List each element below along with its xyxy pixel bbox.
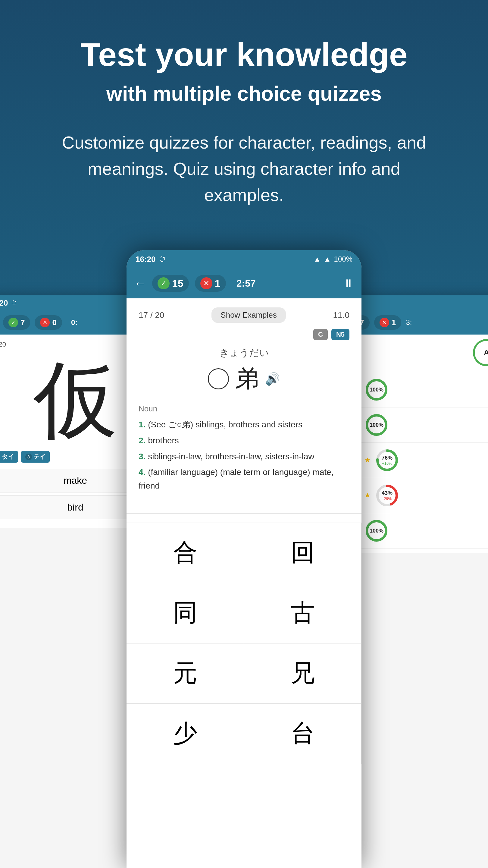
def-num-4: 4. [138,467,148,477]
pause-button[interactable]: ⏸ [343,277,354,290]
def-1: 1. (See ご○弟) siblings, brothers and sist… [138,418,350,432]
check-icon-left: ✓ [8,318,18,327]
def-2: 2. brothers [138,434,350,447]
choice-1[interactable]: 回 [244,523,361,583]
score-display: 11.0 [333,310,350,320]
percent-5: 76% [382,455,392,461]
phone-center: 16:20 ⏱ ▲ ▲ 100% ← ✓ 15 ✕ 1 2:57 ⏸ [127,250,361,868]
star-icon-5: ★ [364,456,370,464]
def-num-1: 1. [138,420,148,429]
correct-badge-center: ✓ 15 [152,275,189,292]
incorrect-count-right: 1 [392,318,396,327]
pos-label: Noun [138,404,350,413]
choice-4[interactable]: 元 [127,644,244,704]
quiz-content: 17 / 20 Show Examples 11.0 C N5 きょうだい 弟 … [127,299,361,504]
status-bar-center: 16:20 ⏱ ▲ ▲ 100% [127,250,361,268]
overall-progress-ring: A [473,339,488,366]
incorrect-badge-center: ✕ 1 [195,275,226,292]
hero-description: Customize quizzes for character, reading… [48,129,440,208]
toolbar-center: ← ✓ 15 ✕ 1 2:57 ⏸ [127,268,361,299]
choice-2[interactable]: 同 [127,583,244,644]
wifi-icon: ▲ [314,255,321,264]
star-icon-7: ★ [364,492,370,499]
incorrect-score-left: ✕ 0 [35,315,62,330]
x-icon-center: ✕ [200,277,213,289]
percent-7: 43% [382,490,392,496]
tags-row: C N5 [138,329,350,340]
def-3: 3. siblings-in-law, brothers-in-law, sis… [138,450,350,464]
x-icon-right: ✕ [380,318,389,327]
kanji-circle [208,368,229,390]
choice-7[interactable]: 台 [244,704,361,764]
percent-9: 100% [369,528,384,534]
incorrect-count-center: 1 [215,278,221,289]
hero-section: Test your knowledge with multiple choice… [0,0,488,226]
percent-1: 100% [369,387,384,393]
percent-ring-5: 76% +16% [375,448,399,472]
question-num-left: 7 / 20 [0,341,6,348]
clock-icon-center: ⏱ [159,255,166,264]
question-num-center: 17 / 20 [138,310,164,320]
incorrect-count-left: 0 [52,318,56,327]
percent-ring-7: 43% -29% [375,484,399,507]
battery-label: 100% [334,255,352,264]
correct-count-left: 7 [21,318,25,327]
def-4: 4. (familiar language) (male term or lan… [138,466,350,493]
def-num-3: 3. [138,452,148,461]
def-text-4: (familiar language) (male term or langua… [138,467,333,490]
hero-title: Test your knowledge [24,36,464,73]
percent-ring-9: 100% [364,519,389,543]
badge-num-2: 3 [25,454,32,460]
def-text-3: siblings-in-law, brothers-in-law, sister… [148,452,314,461]
question-meta-center: 17 / 20 Show Examples 11.0 [138,307,350,323]
reading-label-1: タイ [2,453,14,461]
time-center: 16:20 [135,255,156,264]
reading-tag-2: 3 テイ [21,451,50,463]
timer-left: 0: [71,318,77,327]
reading-tag-1: 4 タイ [0,451,18,463]
back-button-center[interactable]: ← [134,277,146,290]
timer-right: 3: [406,318,412,327]
correct-count-center: 15 [172,278,184,289]
kanji-main: 弟 [235,363,259,395]
timer-center: 2:57 [236,278,256,289]
badge-num-1: 4 [0,454,0,460]
percent-3: 100% [369,422,384,428]
def-num-2: 2. [138,436,148,445]
hero-subtitle: with multiple choice quizzes [24,82,464,105]
correct-score-left: ✓ 7 [3,315,30,330]
speaker-icon[interactable]: 🔊 [265,372,280,386]
incorrect-badge-right: ✕ 1 [374,315,401,330]
kanji-display-row: 弟 🔊 [138,363,350,395]
percent-change-5: +16% [382,461,392,466]
percent-ring-3: 100% [364,413,389,437]
show-examples-button[interactable]: Show Examples [212,307,286,323]
phones-container: 16:20 ⏱ ← ✓ 7 ✕ 0 0: 7 / 20 仮 4 [0,235,488,868]
reading-label-2: テイ [33,453,45,461]
definition-list: 1. (See ご○弟) siblings, brothers and sist… [138,418,350,493]
def-text-1: (See ご○弟) siblings, brothers and sisters [148,420,302,429]
choice-0[interactable]: 合 [127,523,244,583]
percent-change-7: -29% [382,496,392,501]
percent-ring-1: 100% [364,378,389,402]
time-left: 16:20 [0,299,8,308]
tag-c: C [313,329,328,340]
tag-n5: N5 [331,329,350,340]
choices-grid: 合 回 同 古 元 兄 少 台 [127,523,361,764]
furigana: きょうだい [138,346,350,360]
clock-icon-left: ⏱ [11,300,17,307]
x-icon-left: ✕ [40,318,50,327]
divider [127,513,361,514]
def-text-2: brothers [148,436,179,445]
choice-6[interactable]: 少 [127,704,244,764]
check-icon-center: ✓ [158,277,170,289]
signal-icon: ▲ [324,255,331,264]
choice-5[interactable]: 兄 [244,644,361,704]
choice-3[interactable]: 古 [244,583,361,644]
